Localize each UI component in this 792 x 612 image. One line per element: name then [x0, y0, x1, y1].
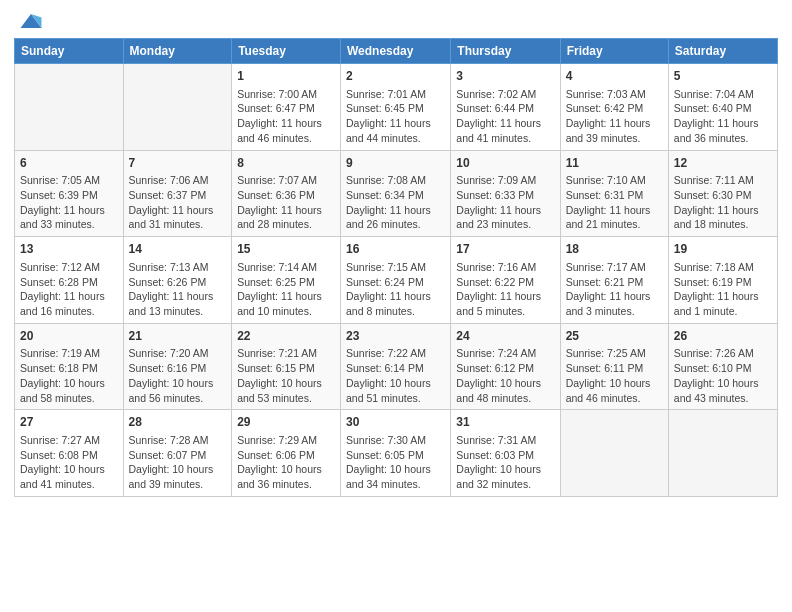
day-number: 20 — [20, 328, 118, 345]
day-info: Sunrise: 7:29 AM Sunset: 6:06 PM Dayligh… — [237, 433, 335, 492]
weekday-header: SundayMondayTuesdayWednesdayThursdayFrid… — [15, 39, 778, 64]
day-number: 9 — [346, 155, 445, 172]
day-info: Sunrise: 7:27 AM Sunset: 6:08 PM Dayligh… — [20, 433, 118, 492]
day-number: 23 — [346, 328, 445, 345]
day-info: Sunrise: 7:15 AM Sunset: 6:24 PM Dayligh… — [346, 260, 445, 319]
day-number: 31 — [456, 414, 554, 431]
day-number: 15 — [237, 241, 335, 258]
weekday-header-wednesday: Wednesday — [341, 39, 451, 64]
day-info: Sunrise: 7:05 AM Sunset: 6:39 PM Dayligh… — [20, 173, 118, 232]
day-info: Sunrise: 7:10 AM Sunset: 6:31 PM Dayligh… — [566, 173, 663, 232]
calendar-cell: 4Sunrise: 7:03 AM Sunset: 6:42 PM Daylig… — [560, 64, 668, 151]
weekday-header-tuesday: Tuesday — [232, 39, 341, 64]
calendar-cell: 2Sunrise: 7:01 AM Sunset: 6:45 PM Daylig… — [341, 64, 451, 151]
day-number: 27 — [20, 414, 118, 431]
calendar-cell — [15, 64, 124, 151]
calendar-cell: 6Sunrise: 7:05 AM Sunset: 6:39 PM Daylig… — [15, 150, 124, 237]
day-number: 17 — [456, 241, 554, 258]
calendar-cell: 1Sunrise: 7:00 AM Sunset: 6:47 PM Daylig… — [232, 64, 341, 151]
calendar-cell: 27Sunrise: 7:27 AM Sunset: 6:08 PM Dayli… — [15, 410, 124, 497]
day-info: Sunrise: 7:09 AM Sunset: 6:33 PM Dayligh… — [456, 173, 554, 232]
calendar-cell: 17Sunrise: 7:16 AM Sunset: 6:22 PM Dayli… — [451, 237, 560, 324]
calendar-cell: 15Sunrise: 7:14 AM Sunset: 6:25 PM Dayli… — [232, 237, 341, 324]
day-number: 2 — [346, 68, 445, 85]
calendar-cell: 24Sunrise: 7:24 AM Sunset: 6:12 PM Dayli… — [451, 323, 560, 410]
day-number: 26 — [674, 328, 772, 345]
calendar-cell: 23Sunrise: 7:22 AM Sunset: 6:14 PM Dayli… — [341, 323, 451, 410]
calendar-cell: 13Sunrise: 7:12 AM Sunset: 6:28 PM Dayli… — [15, 237, 124, 324]
day-number: 7 — [129, 155, 227, 172]
day-info: Sunrise: 7:07 AM Sunset: 6:36 PM Dayligh… — [237, 173, 335, 232]
calendar-cell: 11Sunrise: 7:10 AM Sunset: 6:31 PM Dayli… — [560, 150, 668, 237]
day-info: Sunrise: 7:18 AM Sunset: 6:19 PM Dayligh… — [674, 260, 772, 319]
day-info: Sunrise: 7:00 AM Sunset: 6:47 PM Dayligh… — [237, 87, 335, 146]
day-number: 8 — [237, 155, 335, 172]
day-number: 1 — [237, 68, 335, 85]
calendar-cell: 8Sunrise: 7:07 AM Sunset: 6:36 PM Daylig… — [232, 150, 341, 237]
calendar-week-3: 13Sunrise: 7:12 AM Sunset: 6:28 PM Dayli… — [15, 237, 778, 324]
calendar-cell: 9Sunrise: 7:08 AM Sunset: 6:34 PM Daylig… — [341, 150, 451, 237]
day-number: 3 — [456, 68, 554, 85]
weekday-header-friday: Friday — [560, 39, 668, 64]
day-info: Sunrise: 7:17 AM Sunset: 6:21 PM Dayligh… — [566, 260, 663, 319]
day-info: Sunrise: 7:31 AM Sunset: 6:03 PM Dayligh… — [456, 433, 554, 492]
calendar-cell: 22Sunrise: 7:21 AM Sunset: 6:15 PM Dayli… — [232, 323, 341, 410]
calendar-cell: 20Sunrise: 7:19 AM Sunset: 6:18 PM Dayli… — [15, 323, 124, 410]
day-number: 30 — [346, 414, 445, 431]
header — [14, 10, 778, 32]
day-info: Sunrise: 7:16 AM Sunset: 6:22 PM Dayligh… — [456, 260, 554, 319]
day-number: 12 — [674, 155, 772, 172]
calendar-week-4: 20Sunrise: 7:19 AM Sunset: 6:18 PM Dayli… — [15, 323, 778, 410]
calendar-cell: 21Sunrise: 7:20 AM Sunset: 6:16 PM Dayli… — [123, 323, 232, 410]
calendar-cell: 14Sunrise: 7:13 AM Sunset: 6:26 PM Dayli… — [123, 237, 232, 324]
day-number: 21 — [129, 328, 227, 345]
day-info: Sunrise: 7:04 AM Sunset: 6:40 PM Dayligh… — [674, 87, 772, 146]
day-info: Sunrise: 7:12 AM Sunset: 6:28 PM Dayligh… — [20, 260, 118, 319]
calendar-cell: 16Sunrise: 7:15 AM Sunset: 6:24 PM Dayli… — [341, 237, 451, 324]
calendar-cell: 25Sunrise: 7:25 AM Sunset: 6:11 PM Dayli… — [560, 323, 668, 410]
day-number: 13 — [20, 241, 118, 258]
day-number: 22 — [237, 328, 335, 345]
calendar-cell: 18Sunrise: 7:17 AM Sunset: 6:21 PM Dayli… — [560, 237, 668, 324]
day-info: Sunrise: 7:02 AM Sunset: 6:44 PM Dayligh… — [456, 87, 554, 146]
day-info: Sunrise: 7:11 AM Sunset: 6:30 PM Dayligh… — [674, 173, 772, 232]
weekday-header-sunday: Sunday — [15, 39, 124, 64]
day-number: 24 — [456, 328, 554, 345]
day-number: 19 — [674, 241, 772, 258]
calendar-cell: 29Sunrise: 7:29 AM Sunset: 6:06 PM Dayli… — [232, 410, 341, 497]
calendar-table: SundayMondayTuesdayWednesdayThursdayFrid… — [14, 38, 778, 497]
logo — [14, 10, 45, 32]
day-info: Sunrise: 7:25 AM Sunset: 6:11 PM Dayligh… — [566, 346, 663, 405]
day-info: Sunrise: 7:08 AM Sunset: 6:34 PM Dayligh… — [346, 173, 445, 232]
logo-icon — [17, 10, 45, 32]
day-info: Sunrise: 7:21 AM Sunset: 6:15 PM Dayligh… — [237, 346, 335, 405]
day-number: 14 — [129, 241, 227, 258]
calendar-cell: 19Sunrise: 7:18 AM Sunset: 6:19 PM Dayli… — [668, 237, 777, 324]
page: SundayMondayTuesdayWednesdayThursdayFrid… — [0, 0, 792, 612]
day-number: 16 — [346, 241, 445, 258]
day-info: Sunrise: 7:26 AM Sunset: 6:10 PM Dayligh… — [674, 346, 772, 405]
calendar-cell: 5Sunrise: 7:04 AM Sunset: 6:40 PM Daylig… — [668, 64, 777, 151]
day-info: Sunrise: 7:03 AM Sunset: 6:42 PM Dayligh… — [566, 87, 663, 146]
day-number: 10 — [456, 155, 554, 172]
day-info: Sunrise: 7:20 AM Sunset: 6:16 PM Dayligh… — [129, 346, 227, 405]
day-info: Sunrise: 7:06 AM Sunset: 6:37 PM Dayligh… — [129, 173, 227, 232]
day-number: 4 — [566, 68, 663, 85]
day-number: 5 — [674, 68, 772, 85]
calendar-body: 1Sunrise: 7:00 AM Sunset: 6:47 PM Daylig… — [15, 64, 778, 497]
calendar-cell: 7Sunrise: 7:06 AM Sunset: 6:37 PM Daylig… — [123, 150, 232, 237]
calendar-cell: 26Sunrise: 7:26 AM Sunset: 6:10 PM Dayli… — [668, 323, 777, 410]
day-info: Sunrise: 7:24 AM Sunset: 6:12 PM Dayligh… — [456, 346, 554, 405]
day-number: 6 — [20, 155, 118, 172]
calendar-cell: 28Sunrise: 7:28 AM Sunset: 6:07 PM Dayli… — [123, 410, 232, 497]
calendar-cell: 31Sunrise: 7:31 AM Sunset: 6:03 PM Dayli… — [451, 410, 560, 497]
calendar-cell: 30Sunrise: 7:30 AM Sunset: 6:05 PM Dayli… — [341, 410, 451, 497]
day-info: Sunrise: 7:13 AM Sunset: 6:26 PM Dayligh… — [129, 260, 227, 319]
weekday-header-saturday: Saturday — [668, 39, 777, 64]
day-info: Sunrise: 7:22 AM Sunset: 6:14 PM Dayligh… — [346, 346, 445, 405]
calendar-cell — [560, 410, 668, 497]
day-number: 29 — [237, 414, 335, 431]
day-info: Sunrise: 7:19 AM Sunset: 6:18 PM Dayligh… — [20, 346, 118, 405]
day-number: 18 — [566, 241, 663, 258]
calendar-cell: 12Sunrise: 7:11 AM Sunset: 6:30 PM Dayli… — [668, 150, 777, 237]
